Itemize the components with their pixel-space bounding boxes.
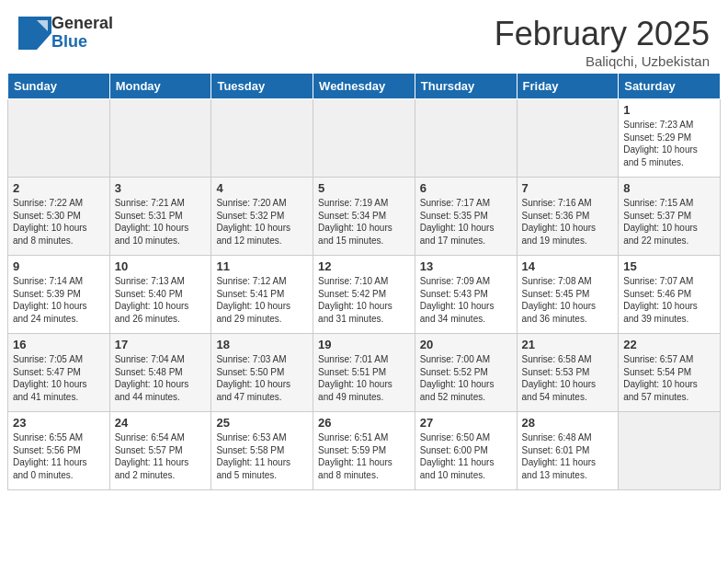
day-number: 11 [216,259,308,273]
day-number: 23 [13,416,105,430]
calendar-header: Sunday Monday Tuesday Wednesday Thursday… [8,74,721,99]
day-info: Sunrise: 6:50 AM Sunset: 6:00 PM Dayligh… [420,431,512,481]
day-info: Sunrise: 7:17 AM Sunset: 5:35 PM Dayligh… [420,197,512,247]
calendar-cell: 16Sunrise: 7:05 AM Sunset: 5:47 PM Dayli… [8,334,110,412]
day-info: Sunrise: 7:05 AM Sunset: 5:47 PM Dayligh… [13,353,105,403]
logo-general: General [51,15,113,33]
day-number: 16 [13,338,105,351]
calendar-cell: 11Sunrise: 7:12 AM Sunset: 5:41 PM Dayli… [211,256,313,334]
calendar-cell: 21Sunrise: 6:58 AM Sunset: 5:53 PM Dayli… [517,334,619,412]
day-info: Sunrise: 6:55 AM Sunset: 5:56 PM Dayligh… [13,431,105,481]
day-number: 22 [623,338,715,351]
svg-rect-0 [18,17,37,50]
calendar-cell [619,412,721,490]
day-number: 5 [318,181,410,195]
header-thursday: Thursday [415,74,517,99]
day-number: 24 [115,416,207,430]
calendar-cell: 27Sunrise: 6:50 AM Sunset: 6:00 PM Dayli… [415,412,517,490]
calendar-cell [415,99,517,178]
calendar-cell: 28Sunrise: 6:48 AM Sunset: 6:01 PM Dayli… [517,412,619,490]
logo-text: General Blue [51,15,113,52]
header-saturday: Saturday [619,74,721,99]
day-number: 3 [115,181,207,195]
calendar-cell [8,99,110,178]
day-number: 7 [522,181,614,195]
calendar-table: Sunday Monday Tuesday Wednesday Thursday… [7,73,721,490]
calendar-cell: 12Sunrise: 7:10 AM Sunset: 5:42 PM Dayli… [313,256,415,334]
calendar-cell: 13Sunrise: 7:09 AM Sunset: 5:43 PM Dayli… [415,256,517,334]
header-friday: Friday [517,74,619,99]
day-number: 1 [623,103,715,117]
day-info: Sunrise: 7:22 AM Sunset: 5:30 PM Dayligh… [13,197,105,247]
calendar-cell: 24Sunrise: 6:54 AM Sunset: 5:57 PM Dayli… [109,412,211,490]
calendar-cell [517,99,619,178]
day-number: 4 [216,181,308,195]
calendar-cell [211,99,313,178]
logo-icon [18,17,51,50]
calendar-body: 1Sunrise: 7:23 AM Sunset: 5:29 PM Daylig… [8,99,721,490]
day-number: 2 [13,181,105,195]
calendar-cell: 26Sunrise: 6:51 AM Sunset: 5:59 PM Dayli… [313,412,415,490]
day-number: 20 [420,338,512,351]
day-info: Sunrise: 7:20 AM Sunset: 5:32 PM Dayligh… [216,197,308,247]
calendar-cell: 23Sunrise: 6:55 AM Sunset: 5:56 PM Dayli… [8,412,110,490]
day-number: 26 [318,416,410,430]
day-info: Sunrise: 7:04 AM Sunset: 5:48 PM Dayligh… [115,353,207,403]
day-number: 13 [420,259,512,273]
day-info: Sunrise: 6:58 AM Sunset: 5:53 PM Dayligh… [522,353,614,403]
location: Baliqchi, Uzbekistan [495,53,710,69]
header-wednesday: Wednesday [313,74,415,99]
day-info: Sunrise: 7:03 AM Sunset: 5:50 PM Dayligh… [216,353,308,403]
calendar-cell: 19Sunrise: 7:01 AM Sunset: 5:51 PM Dayli… [313,334,415,412]
day-info: Sunrise: 7:00 AM Sunset: 5:52 PM Dayligh… [420,353,512,403]
day-number: 6 [420,181,512,195]
day-info: Sunrise: 7:13 AM Sunset: 5:40 PM Dayligh… [115,275,207,325]
day-info: Sunrise: 7:09 AM Sunset: 5:43 PM Dayligh… [420,275,512,325]
day-info: Sunrise: 6:54 AM Sunset: 5:57 PM Dayligh… [115,431,207,481]
month-title: February 2025 [495,15,710,53]
day-info: Sunrise: 6:57 AM Sunset: 5:54 PM Dayligh… [623,353,715,403]
calendar-cell: 8Sunrise: 7:15 AM Sunset: 5:37 PM Daylig… [619,178,721,256]
day-info: Sunrise: 6:53 AM Sunset: 5:58 PM Dayligh… [216,431,308,481]
day-info: Sunrise: 7:08 AM Sunset: 5:45 PM Dayligh… [522,275,614,325]
logo: General Blue [18,15,113,52]
page-header: General Blue February 2025 Baliqchi, Uzb… [0,0,728,73]
calendar-cell: 5Sunrise: 7:19 AM Sunset: 5:34 PM Daylig… [313,178,415,256]
calendar-cell: 15Sunrise: 7:07 AM Sunset: 5:46 PM Dayli… [619,256,721,334]
day-info: Sunrise: 6:51 AM Sunset: 5:59 PM Dayligh… [318,431,410,481]
day-number: 28 [522,416,614,430]
calendar-cell: 17Sunrise: 7:04 AM Sunset: 5:48 PM Dayli… [109,334,211,412]
day-info: Sunrise: 7:16 AM Sunset: 5:36 PM Dayligh… [522,197,614,247]
day-number: 27 [420,416,512,430]
day-info: Sunrise: 7:12 AM Sunset: 5:41 PM Dayligh… [216,275,308,325]
day-info: Sunrise: 7:19 AM Sunset: 5:34 PM Dayligh… [318,197,410,247]
day-number: 25 [216,416,308,430]
day-info: Sunrise: 7:15 AM Sunset: 5:37 PM Dayligh… [623,197,715,247]
calendar-cell: 7Sunrise: 7:16 AM Sunset: 5:36 PM Daylig… [517,178,619,256]
calendar-cell: 3Sunrise: 7:21 AM Sunset: 5:31 PM Daylig… [109,178,211,256]
calendar-cell: 6Sunrise: 7:17 AM Sunset: 5:35 PM Daylig… [415,178,517,256]
day-info: Sunrise: 7:10 AM Sunset: 5:42 PM Dayligh… [318,275,410,325]
calendar-cell: 1Sunrise: 7:23 AM Sunset: 5:29 PM Daylig… [619,99,721,178]
day-info: Sunrise: 7:07 AM Sunset: 5:46 PM Dayligh… [623,275,715,325]
day-number: 18 [216,338,308,351]
day-number: 12 [318,259,410,273]
calendar-cell: 14Sunrise: 7:08 AM Sunset: 5:45 PM Dayli… [517,256,619,334]
day-number: 19 [318,338,410,351]
calendar-cell: 18Sunrise: 7:03 AM Sunset: 5:50 PM Dayli… [211,334,313,412]
day-number: 21 [522,338,614,351]
calendar-wrapper: Sunday Monday Tuesday Wednesday Thursday… [0,73,728,498]
day-number: 8 [623,181,715,195]
day-info: Sunrise: 7:23 AM Sunset: 5:29 PM Dayligh… [623,119,715,168]
calendar-cell: 4Sunrise: 7:20 AM Sunset: 5:32 PM Daylig… [211,178,313,256]
day-info: Sunrise: 7:14 AM Sunset: 5:39 PM Dayligh… [13,275,105,325]
day-number: 17 [115,338,207,351]
header-sunday: Sunday [8,74,110,99]
day-info: Sunrise: 7:01 AM Sunset: 5:51 PM Dayligh… [318,353,410,403]
calendar-cell: 25Sunrise: 6:53 AM Sunset: 5:58 PM Dayli… [211,412,313,490]
calendar-cell: 2Sunrise: 7:22 AM Sunset: 5:30 PM Daylig… [8,178,110,256]
calendar-cell: 9Sunrise: 7:14 AM Sunset: 5:39 PM Daylig… [8,256,110,334]
day-number: 14 [522,259,614,273]
calendar-cell [109,99,211,178]
day-info: Sunrise: 7:21 AM Sunset: 5:31 PM Dayligh… [115,197,207,247]
